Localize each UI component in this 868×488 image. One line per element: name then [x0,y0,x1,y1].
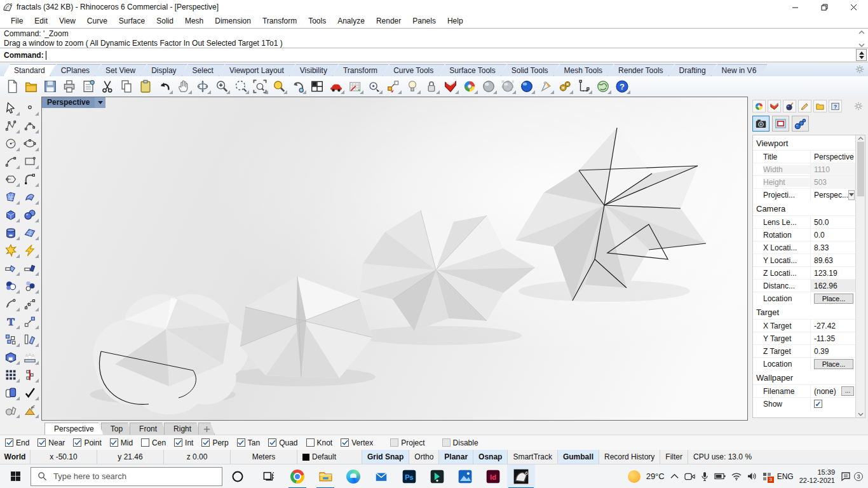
osnap-knot[interactable]: Knot [306,438,333,447]
save-icon[interactable] [42,78,58,95]
toolbar-tab-set-view[interactable]: Set View [95,64,146,76]
status-layer[interactable]: Default [297,450,362,464]
osnap-tan[interactable]: Tan [237,438,260,447]
history-scroll-up-icon[interactable] [858,30,865,35]
projection-dropdown-button[interactable] [848,190,855,200]
menu-tools[interactable]: Tools [302,15,332,27]
adjust-arc-icon[interactable] [1,295,20,313]
select-arrow-icon[interactable] [1,99,20,117]
surface-curved-icon[interactable] [20,188,39,206]
menu-analyze[interactable]: Analyze [332,15,370,27]
osnap-quad[interactable]: Quad [268,438,297,447]
zoom-window-icon[interactable] [233,78,249,95]
polygon-icon[interactable] [1,170,20,188]
taskbar-clock[interactable]: 15:3922-12-2021 [799,468,835,485]
status-cplane-world[interactable]: World [0,450,31,464]
scroll-down-icon[interactable] [858,412,864,416]
toolbar-tab-mesh-tools[interactable]: Mesh Tools [553,64,613,76]
file-explorer-icon[interactable] [311,464,339,488]
checkbox-checked-icon[interactable] [73,438,81,447]
undo-view-icon[interactable] [290,78,306,95]
zoom-selected-icon[interactable] [271,78,287,95]
toolbar-tab-solid-tools[interactable]: Solid Tools [501,64,559,76]
toolbar-tab-visibility[interactable]: Visibility [289,64,338,76]
notification-app-icon[interactable]: 3 [763,472,771,481]
fillet-corner-icon[interactable] [20,170,39,188]
zoom-dynamic-icon[interactable] [214,78,230,95]
toolbar-gear-icon[interactable] [855,65,864,74]
status-units[interactable]: Meters [231,450,297,464]
menu-surface[interactable]: Surface [113,15,151,27]
help-icon[interactable]: ? [614,78,630,95]
rectangle-icon[interactable] [20,152,39,170]
menu-dimension[interactable]: Dimension [209,15,257,27]
checkbox-checked-icon[interactable] [174,438,182,447]
osnap-project[interactable]: Project [390,438,424,447]
viewport-tab-right[interactable]: Right [164,423,201,435]
photoshop-icon[interactable]: Ps [395,464,423,488]
wifi-icon[interactable] [731,473,742,480]
toolbar-tab-select[interactable]: Select [182,64,224,76]
status-record-history[interactable]: Record History [599,450,660,464]
command-input[interactable]: Command: [0,48,868,62]
gumball-spheres-tab[interactable] [792,116,809,132]
wallpaper-frame-tab[interactable] [772,116,789,132]
checkbox-disabled-icon[interactable] [390,438,398,447]
menu-view[interactable]: View [53,15,81,27]
checkbox-checked-icon[interactable] [268,438,276,447]
viewport-title-chip[interactable]: Perspective [42,97,105,108]
viewport-camera-tab[interactable] [752,116,770,132]
toolbar-tab-transform[interactable]: Transform [332,64,388,76]
ellipse-icon[interactable] [20,135,39,152]
boolean-light-circles-icon[interactable] [20,277,39,295]
menu-solid[interactable]: Solid [151,15,179,27]
print-icon[interactable] [61,78,78,95]
menu-edit[interactable]: Edit [29,15,53,27]
volume-icon[interactable] [747,472,757,480]
check-icon[interactable] [20,384,39,402]
checkbox-checked-icon[interactable] [110,438,118,447]
help-tab-icon[interactable]: ? [829,100,842,112]
viewport-tab-front[interactable]: Front [130,423,166,435]
new-file-icon[interactable] [4,78,20,95]
osnap-circle-icon[interactable] [366,78,383,95]
point-icon[interactable] [20,99,39,117]
command-spinner[interactable] [856,49,867,61]
layers-tab-icon[interactable] [768,100,781,112]
cut-icon[interactable] [99,78,116,95]
box-icon[interactable] [1,206,20,224]
history-scroll-down-icon[interactable] [858,43,865,48]
undo-icon[interactable] [156,78,173,95]
extrude-arrows-icon[interactable] [20,348,39,366]
scroll-up-icon[interactable] [858,137,864,140]
status-grid-snap[interactable]: Grid Snap [362,450,409,464]
boolean-gray-icon[interactable] [1,402,20,419]
rotate-view-icon[interactable] [194,78,211,95]
panel-gear-icon[interactable] [854,102,863,111]
display-tab-icon[interactable] [752,100,766,112]
paint-cone-icon[interactable] [538,78,554,95]
osnap-vertex[interactable]: Vertex [341,438,373,447]
move-icon[interactable] [20,313,39,330]
osnap-end[interactable]: End [5,438,29,447]
polyline-icon[interactable] [1,117,20,135]
taskbar-search-input[interactable]: Type here to search [31,467,222,486]
cortana-icon[interactable] [222,464,253,488]
render-box-icon[interactable] [442,78,459,95]
target-place-button[interactable]: Place... [814,359,853,369]
new-viewport-tab-button[interactable] [198,423,215,435]
meet-now-icon[interactable] [684,472,695,481]
options-gears-icon[interactable] [557,78,573,95]
command-history-line2[interactable]: Drag a window to zoom ( All Dynamic Exte… [4,39,864,48]
menu-transform[interactable]: Transform [257,15,302,27]
osnap-int[interactable]: Int [174,438,193,447]
array-path-icon[interactable] [20,366,39,384]
action-center-icon[interactable] [841,471,851,482]
zoom-extents-icon[interactable] [252,78,268,95]
osnap-perp[interactable]: Perp [201,438,228,447]
group-join-icon[interactable] [1,384,20,402]
viewport-tab-perspective[interactable]: Perspective [44,423,104,435]
checkbox-checked-icon[interactable] [341,438,349,447]
toolbar-tab-new-in-v6[interactable]: New in V6 [711,64,768,76]
status-ortho[interactable]: Ortho [409,450,439,464]
